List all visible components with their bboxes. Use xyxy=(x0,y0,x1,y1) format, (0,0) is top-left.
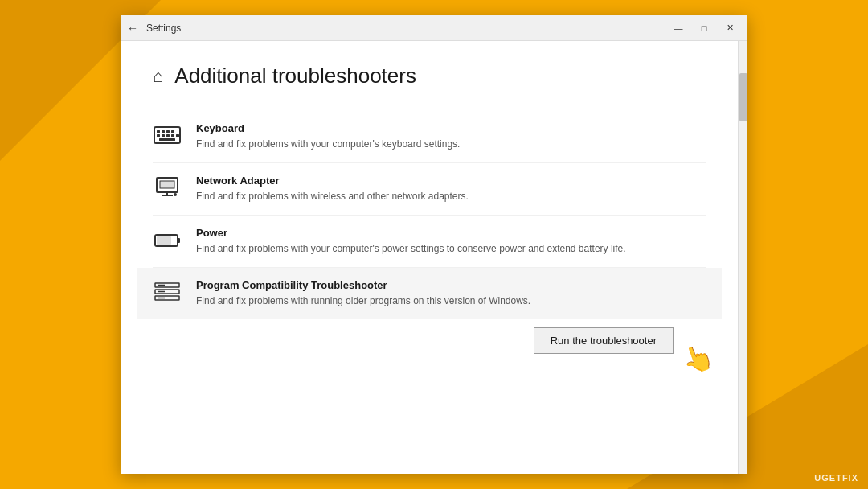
keyboard-title: Keyboard xyxy=(196,122,706,134)
keyboard-desc: Find and fix problems with your computer… xyxy=(196,137,706,151)
power-item-content: Power Find and fix problems with your co… xyxy=(196,227,706,256)
keyboard-item-content: Keyboard Find and fix problems with your… xyxy=(196,122,706,151)
main-panel: ⌂ Additional troubleshooters xyxy=(121,41,738,474)
network-desc: Find and fix problems with wireless and … xyxy=(196,189,706,203)
network-icon xyxy=(153,176,182,199)
compatibility-item-content: Program Compatibility Troubleshooter Fin… xyxy=(196,279,706,308)
power-desc: Find and fix problems with your computer… xyxy=(196,241,706,256)
svg-rect-6 xyxy=(162,134,165,137)
svg-rect-2 xyxy=(162,130,165,133)
svg-rect-18 xyxy=(157,236,171,244)
svg-rect-7 xyxy=(166,134,170,137)
svg-rect-8 xyxy=(171,134,174,137)
window-title: Settings xyxy=(146,23,667,34)
cursor-hand-icon: 👆 xyxy=(678,339,719,378)
compatibility-title: Program Compatibility Troubleshooter xyxy=(196,279,706,291)
compatibility-desc: Find and fix problems with running older… xyxy=(196,294,706,308)
svg-rect-12 xyxy=(160,181,174,188)
list-item: Program Compatibility Troubleshooter Fin… xyxy=(137,268,722,319)
run-button-area: Run the troubleshooter 👆 xyxy=(153,327,706,354)
back-button[interactable]: ← xyxy=(127,22,138,35)
list-item: Keyboard Find and fix problems with your… xyxy=(153,111,706,163)
network-title: Network Adapter xyxy=(196,175,706,187)
svg-rect-10 xyxy=(159,138,175,141)
power-title: Power xyxy=(196,227,706,239)
title-bar: ← Settings — □ ✕ xyxy=(121,15,747,41)
svg-rect-4 xyxy=(171,130,174,133)
scrollbar-thumb[interactable] xyxy=(739,73,747,121)
home-icon: ⌂ xyxy=(153,66,163,87)
settings-window: ← Settings — □ ✕ ⌂ Additional troublesho… xyxy=(121,15,747,474)
page-title: Additional troubleshooters xyxy=(174,64,416,88)
minimize-button[interactable]: — xyxy=(667,20,690,36)
svg-rect-1 xyxy=(157,130,160,133)
run-troubleshooter-button[interactable]: Run the troubleshooter xyxy=(534,327,674,354)
watermark: UGETFIX xyxy=(814,473,858,483)
list-item: Network Adapter Find and fix problems wi… xyxy=(153,163,706,216)
power-icon xyxy=(153,228,182,251)
compatibility-icon xyxy=(153,281,182,303)
svg-rect-9 xyxy=(176,134,179,137)
svg-point-15 xyxy=(174,193,177,196)
keyboard-icon xyxy=(153,124,182,146)
svg-rect-17 xyxy=(178,238,180,243)
page-header: ⌂ Additional troubleshooters xyxy=(153,64,706,88)
window-content: ⌂ Additional troubleshooters xyxy=(121,41,747,474)
close-button[interactable]: ✕ xyxy=(719,20,741,36)
window-controls: — □ ✕ xyxy=(667,20,741,36)
maximize-button[interactable]: □ xyxy=(693,20,715,36)
network-item-content: Network Adapter Find and fix problems wi… xyxy=(196,175,706,203)
scrollbar-track[interactable] xyxy=(738,41,747,474)
list-item: Power Find and fix problems with your co… xyxy=(153,216,706,268)
svg-rect-5 xyxy=(157,134,160,137)
svg-rect-3 xyxy=(166,130,170,133)
